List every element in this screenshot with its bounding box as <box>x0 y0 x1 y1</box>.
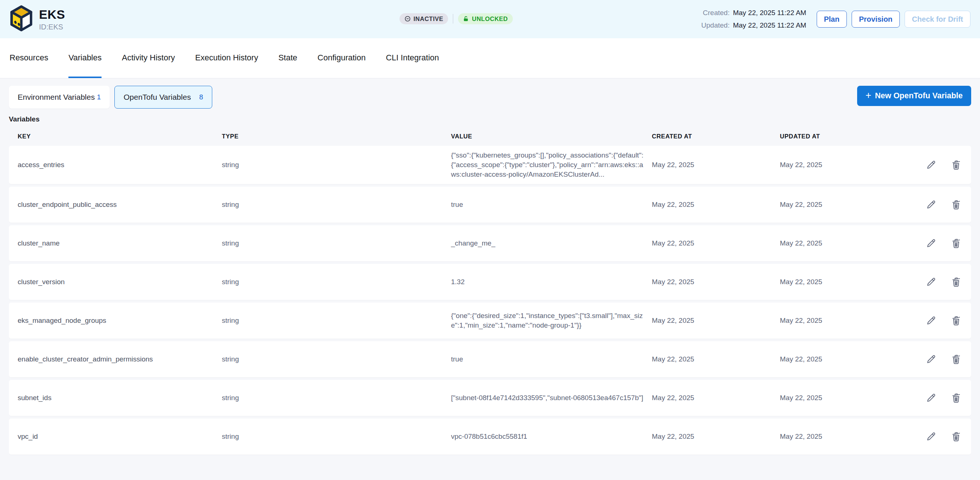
variable-key: cluster_version <box>18 277 222 287</box>
trash-icon <box>951 431 962 442</box>
edit-variable-button[interactable] <box>926 276 937 287</box>
variable-value: 1.32 <box>451 277 652 287</box>
edit-variable-button[interactable] <box>926 238 937 249</box>
column-header-type: TYPE <box>222 133 451 140</box>
tab-activity-history[interactable]: Activity History <box>122 38 175 78</box>
delete-variable-button[interactable] <box>951 238 962 249</box>
created-at: May 22, 2025 <box>652 354 780 364</box>
pencil-icon <box>926 392 937 403</box>
table-row: access_entries string {"sso":{"kubernete… <box>9 146 971 184</box>
status-badge-label: INACTIVE <box>414 16 443 22</box>
table-row: enable_cluster_creator_admin_permissions… <box>9 341 971 377</box>
variables-table: access_entries string {"sso":{"kubernete… <box>9 146 971 454</box>
table-row: cluster_endpoint_public_access string tr… <box>9 187 971 223</box>
delete-variable-button[interactable] <box>951 354 962 365</box>
variable-type: string <box>222 200 451 209</box>
column-header-value: VALUE <box>451 133 652 140</box>
edit-variable-button[interactable] <box>926 392 937 403</box>
delete-variable-button[interactable] <box>951 392 962 403</box>
tab-opentofu-variables[interactable]: OpenTofu Variables 8 <box>115 86 212 108</box>
updated-value: May 22, 2025 11:22 AM <box>733 21 806 29</box>
variable-value: {"one":{"desired_size":1,"instance_types… <box>451 311 652 330</box>
updated-at: May 22, 2025 <box>780 200 883 209</box>
variable-value: ["subnet-08f14e7142d333595","subnet-0680… <box>451 393 652 403</box>
table-row: eks_managed_node_groups string {"one":{"… <box>9 303 971 339</box>
updated-at: May 22, 2025 <box>780 239 883 248</box>
tab-count-badge: 8 <box>199 93 203 101</box>
created-at: May 22, 2025 <box>652 239 780 248</box>
pencil-icon <box>926 431 937 442</box>
trash-icon <box>951 199 962 210</box>
table-row: cluster_version string 1.32 May 22, 2025… <box>9 264 971 300</box>
pencil-icon <box>926 315 937 326</box>
delete-variable-button[interactable] <box>951 315 962 326</box>
variable-type: string <box>222 316 451 325</box>
page-title: EKS <box>39 7 65 22</box>
variable-value: {"sso":{"kubernetes_groups":[],"policy_a… <box>451 151 652 179</box>
tab-execution-history[interactable]: Execution History <box>195 38 258 78</box>
plan-button[interactable]: Plan <box>817 11 847 28</box>
opentofu-cube-logo-icon <box>10 5 33 33</box>
pencil-icon <box>926 199 937 210</box>
created-at: May 22, 2025 <box>652 200 780 209</box>
table-header-row: KEY TYPE VALUE CREATED AT UPDATED AT <box>9 123 971 146</box>
variable-type: string <box>222 277 451 287</box>
created-value: May 22, 2025 11:22 AM <box>733 9 806 17</box>
check-for-drift-button[interactable]: Check for Drift <box>905 11 970 28</box>
updated-at: May 22, 2025 <box>780 393 883 403</box>
trash-icon <box>951 315 962 326</box>
edit-variable-button[interactable] <box>926 159 937 171</box>
pencil-icon <box>926 354 937 365</box>
trash-icon <box>951 159 962 171</box>
tab-variables[interactable]: Variables <box>68 38 102 78</box>
variable-key: cluster_name <box>18 239 222 248</box>
column-header-updated-at: UPDATED AT <box>780 133 883 140</box>
delete-variable-button[interactable] <box>951 199 962 210</box>
provision-button[interactable]: Provision <box>852 11 900 28</box>
tab-resources[interactable]: Resources <box>10 38 48 78</box>
variable-key: eks_managed_node_groups <box>18 316 222 325</box>
tab-configuration[interactable]: Configuration <box>317 38 366 78</box>
status-badge-unlocked: UNLOCKED <box>458 13 513 24</box>
variables-section-title: Variables <box>9 115 971 123</box>
edit-variable-button[interactable] <box>926 354 937 365</box>
updated-at: May 22, 2025 <box>780 160 883 170</box>
tab-cli-integration[interactable]: CLI Integration <box>386 38 439 78</box>
table-row: cluster_name string _change_me_ May 22, … <box>9 225 971 262</box>
tab-state[interactable]: State <box>278 38 297 78</box>
trash-icon <box>951 276 962 287</box>
edit-variable-button[interactable] <box>926 431 937 442</box>
status-badges: INACTIVE UNLOCKED <box>399 13 513 24</box>
tab-environment-variables[interactable]: Environment Variables 1 <box>9 86 110 108</box>
unlock-icon <box>463 16 469 22</box>
variable-key: enable_cluster_creator_admin_permissions <box>18 354 222 364</box>
variable-value: true <box>451 354 652 364</box>
variable-value: vpc-078b51c6cbc5581f1 <box>451 432 652 441</box>
updated-label: Updated: <box>701 21 729 29</box>
delete-variable-button[interactable] <box>951 159 962 171</box>
nav-tab-bar: Resources Variables Activity History Exe… <box>0 38 980 78</box>
delete-variable-button[interactable] <box>951 276 962 287</box>
updated-at: May 22, 2025 <box>780 316 883 325</box>
pencil-icon <box>926 276 937 287</box>
created-at: May 22, 2025 <box>652 393 780 403</box>
updated-at: May 22, 2025 <box>780 432 883 441</box>
variable-value: true <box>451 200 652 209</box>
created-at: May 22, 2025 <box>652 160 780 170</box>
pencil-icon <box>926 159 937 171</box>
variable-type: string <box>222 239 451 248</box>
edit-variable-button[interactable] <box>926 315 937 326</box>
header-actions: Plan Provision Check for Drift <box>817 11 970 28</box>
updated-at: May 22, 2025 <box>780 277 883 287</box>
pencil-icon <box>926 238 937 249</box>
variable-type: string <box>222 393 451 403</box>
app-header: EKS ID:EKS INACTIVE UNLOCKED Created: Ma… <box>0 0 980 38</box>
variable-key: cluster_endpoint_public_access <box>18 200 222 209</box>
delete-variable-button[interactable] <box>951 431 962 442</box>
trash-icon <box>951 354 962 365</box>
new-opentofu-variable-button[interactable]: + New OpenTofu Variable <box>857 86 971 106</box>
edit-variable-button[interactable] <box>926 199 937 210</box>
button-label: New OpenTofu Variable <box>875 91 963 100</box>
variable-type: string <box>222 354 451 364</box>
variable-type: string <box>222 432 451 441</box>
